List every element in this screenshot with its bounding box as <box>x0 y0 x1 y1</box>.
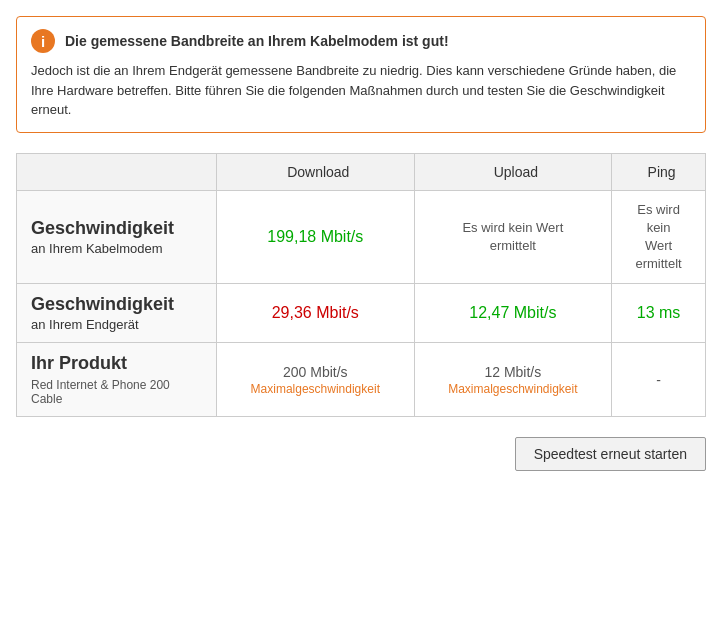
row2-subtitle: an Ihrem Endgerät <box>31 317 202 332</box>
alert-icon: i <box>31 29 55 53</box>
col-upload: Upload <box>414 153 612 190</box>
row2-upload: 12,47 Mbit/s <box>414 284 612 343</box>
row1-ping: Es wirdkeinWertermittelt <box>612 190 706 284</box>
row3-download-sub: Maximalgeschwindigkeit <box>231 382 400 396</box>
table-row: Geschwindigkeit an Ihrem Kabelmodem 199,… <box>17 190 706 284</box>
row1-ping-value: Es wirdkeinWertermittelt <box>635 202 681 272</box>
alert-header: i Die gemessene Bandbreite an Ihrem Kabe… <box>31 29 691 53</box>
row2-ping-value: 13 ms <box>637 304 681 321</box>
row3-upload-value: 12 Mbit/s <box>429 364 598 380</box>
row3-subtitle: Red Internet & Phone 200Cable <box>31 378 202 406</box>
row2-label: Geschwindigkeit an Ihrem Endgerät <box>17 284 217 343</box>
row1-label: Geschwindigkeit an Ihrem Kabelmodem <box>17 190 217 284</box>
button-area: Speedtest erneut starten <box>16 437 706 471</box>
col-empty <box>17 153 217 190</box>
alert-container: i Die gemessene Bandbreite an Ihrem Kabe… <box>16 16 706 133</box>
row3-label: Ihr Produkt Red Internet & Phone 200Cabl… <box>17 343 217 417</box>
row1-download-value: 199,18 Mbit/s <box>267 228 363 245</box>
row3-upload-sub: Maximalgeschwindigkeit <box>429 382 598 396</box>
row2-title: Geschwindigkeit <box>31 294 202 315</box>
row1-upload: Es wird kein Wertermittelt <box>414 190 612 284</box>
row1-download: 199,18 Mbit/s <box>217 190 415 284</box>
alert-body: Jedoch ist die an Ihrem Endgerät gemesse… <box>31 61 691 120</box>
row1-subtitle: an Ihrem Kabelmodem <box>31 241 202 256</box>
row3-ping-value: - <box>656 372 661 388</box>
col-download-label: Download <box>287 164 349 180</box>
row3-upload: 12 Mbit/s Maximalgeschwindigkeit <box>414 343 612 417</box>
speed-table: Download Upload <box>16 153 706 418</box>
row2-download-value: 29,36 Mbit/s <box>272 304 359 321</box>
table-row: Geschwindigkeit an Ihrem Endgerät 29,36 … <box>17 284 706 343</box>
row3-ping: - <box>612 343 706 417</box>
row3-download: 200 Mbit/s Maximalgeschwindigkeit <box>217 343 415 417</box>
row1-upload-value: Es wird kein Wertermittelt <box>462 220 563 253</box>
row2-upload-value: 12,47 Mbit/s <box>469 304 556 321</box>
col-download: Download <box>217 153 415 190</box>
table-header-row: Download Upload <box>17 153 706 190</box>
row1-title: Geschwindigkeit <box>31 218 202 239</box>
row2-ping: 13 ms <box>612 284 706 343</box>
row3-title: Ihr Produkt <box>31 353 202 374</box>
row3-download-value: 200 Mbit/s <box>231 364 400 380</box>
alert-title: Die gemessene Bandbreite an Ihrem Kabelm… <box>65 33 449 49</box>
col-upload-label: Upload <box>494 164 538 180</box>
col-ping-label: Ping <box>648 164 676 180</box>
speedtest-restart-button[interactable]: Speedtest erneut starten <box>515 437 706 471</box>
table-row: Ihr Produkt Red Internet & Phone 200Cabl… <box>17 343 706 417</box>
row2-download: 29,36 Mbit/s <box>217 284 415 343</box>
col-ping: Ping <box>612 153 706 190</box>
